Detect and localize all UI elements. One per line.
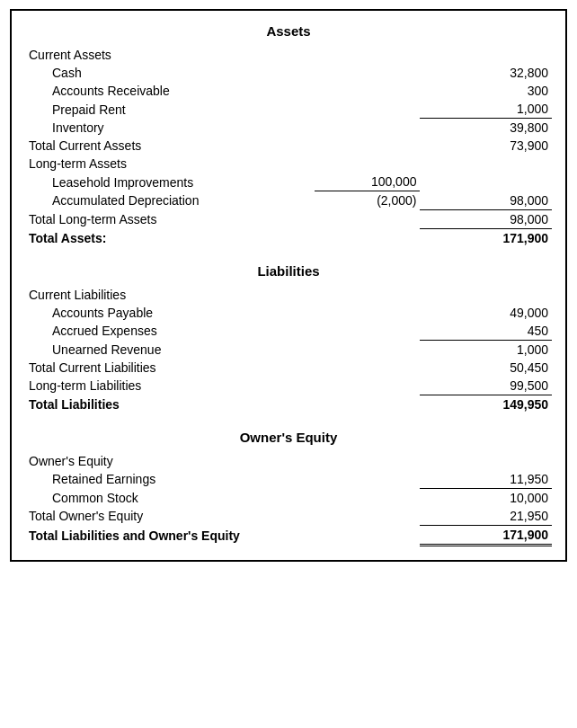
unearned-revenue-row: Unearned Revenue 1,000 <box>25 340 552 359</box>
cash-label: Cash <box>25 64 315 82</box>
equity-heading-row: Owner's Equity <box>25 452 552 470</box>
prepaid-rent-value: 1,000 <box>420 100 552 119</box>
common-stock-value: 10,000 <box>420 488 552 507</box>
retained-earnings-row: Retained Earnings 11,950 <box>25 470 552 489</box>
accounts-receivable-label: Accounts Receivable <box>25 82 315 100</box>
longterm-liabilities-value: 99,500 <box>420 377 552 395</box>
prepaid-rent-label: Prepaid Rent <box>25 100 315 119</box>
total-liabilities-value: 149,950 <box>420 395 552 413</box>
cash-value: 32,800 <box>420 64 552 82</box>
common-stock-label: Common Stock <box>25 488 315 507</box>
accrued-expenses-label: Accrued Expenses <box>25 322 315 341</box>
liabilities-header: Liabilities <box>25 263 552 279</box>
inventory-row: Inventory 39,800 <box>25 119 552 138</box>
liabilities-table: Current Liabilities Accounts Payable 49,… <box>25 286 552 426</box>
assets-table: Current Assets Cash 32,800 Accounts Rece… <box>25 46 552 260</box>
current-assets-heading-row: Current Assets <box>25 46 552 64</box>
equity-heading-label: Owner's Equity <box>25 452 315 470</box>
unearned-revenue-value: 1,000 <box>420 340 552 359</box>
spacer-2 <box>25 413 552 426</box>
longterm-assets-label: Long-term Assets <box>25 155 315 173</box>
accrued-expenses-row: Accrued Expenses 450 <box>25 322 552 341</box>
total-assets-label: Total Assets: <box>25 228 315 247</box>
equity-header: Owner's Equity <box>25 430 552 445</box>
accrued-expenses-value: 450 <box>420 322 552 341</box>
inventory-value: 39,800 <box>420 119 552 138</box>
accumulated-depreciation-label: Accumulated Depreciation <box>25 191 315 210</box>
total-current-assets-value: 73,900 <box>420 137 552 155</box>
total-current-liabilities-value: 50,450 <box>420 359 552 377</box>
total-final-row: Total Liabilities and Owner's Equity 171… <box>25 525 552 545</box>
retained-earnings-value: 11,950 <box>420 470 552 489</box>
total-longterm-value: 98,000 <box>420 209 552 228</box>
total-final-label: Total Liabilities and Owner's Equity <box>25 525 315 545</box>
current-assets-label: Current Assets <box>25 46 315 64</box>
longterm-liabilities-label: Long-term Liabilities <box>25 377 315 395</box>
inventory-label: Inventory <box>25 119 315 138</box>
balance-sheet: Assets Current Assets Cash 32,800 Accoun… <box>10 9 567 562</box>
total-equity-value: 21,950 <box>420 507 552 526</box>
total-equity-label: Total Owner's Equity <box>25 507 315 526</box>
retained-earnings-label: Retained Earnings <box>25 470 315 489</box>
accounts-receivable-row: Accounts Receivable 300 <box>25 82 552 100</box>
spacer-1 <box>25 247 552 260</box>
assets-header: Assets <box>25 23 552 39</box>
current-liabilities-label: Current Liabilities <box>25 286 315 304</box>
total-current-assets-row: Total Current Assets 73,900 <box>25 137 552 155</box>
total-assets-value: 171,900 <box>420 228 552 247</box>
total-liabilities-row: Total Liabilities 149,950 <box>25 395 552 413</box>
accounts-payable-label: Accounts Payable <box>25 304 315 322</box>
total-final-value: 171,900 <box>420 525 552 545</box>
accounts-payable-value: 49,000 <box>420 304 552 322</box>
longterm-liabilities-row: Long-term Liabilities 99,500 <box>25 377 552 395</box>
total-longterm-assets-row: Total Long-term Assets 98,000 <box>25 209 552 228</box>
accumulated-depreciation-mid: (2,000) <box>315 191 420 210</box>
accumulated-depreciation-row: Accumulated Depreciation (2,000) 98,000 <box>25 191 552 210</box>
total-current-liabilities-label: Total Current Liabilities <box>25 359 315 377</box>
total-liabilities-label: Total Liabilities <box>25 395 315 413</box>
equity-table: Owner's Equity Retained Earnings 11,950 … <box>25 452 552 546</box>
leasehold-mid-value: 100,000 <box>315 173 420 191</box>
common-stock-row: Common Stock 10,000 <box>25 488 552 507</box>
total-equity-row: Total Owner's Equity 21,950 <box>25 507 552 526</box>
leasehold-row: Leasehold Improvements 100,000 <box>25 173 552 191</box>
total-current-liabilities-row: Total Current Liabilities 50,450 <box>25 359 552 377</box>
total-current-assets-label: Total Current Assets <box>25 137 315 155</box>
leasehold-label: Leasehold Improvements <box>25 173 315 191</box>
accumulated-depreciation-right: 98,000 <box>420 191 552 210</box>
accounts-receivable-value: 300 <box>420 82 552 100</box>
cash-row: Cash 32,800 <box>25 64 552 82</box>
accounts-payable-row: Accounts Payable 49,000 <box>25 304 552 322</box>
longterm-assets-heading-row: Long-term Assets <box>25 155 552 173</box>
total-longterm-label: Total Long-term Assets <box>25 209 315 228</box>
prepaid-rent-row: Prepaid Rent 1,000 <box>25 100 552 119</box>
total-assets-row: Total Assets: 171,900 <box>25 228 552 247</box>
unearned-revenue-label: Unearned Revenue <box>25 340 315 359</box>
current-liabilities-heading-row: Current Liabilities <box>25 286 552 304</box>
